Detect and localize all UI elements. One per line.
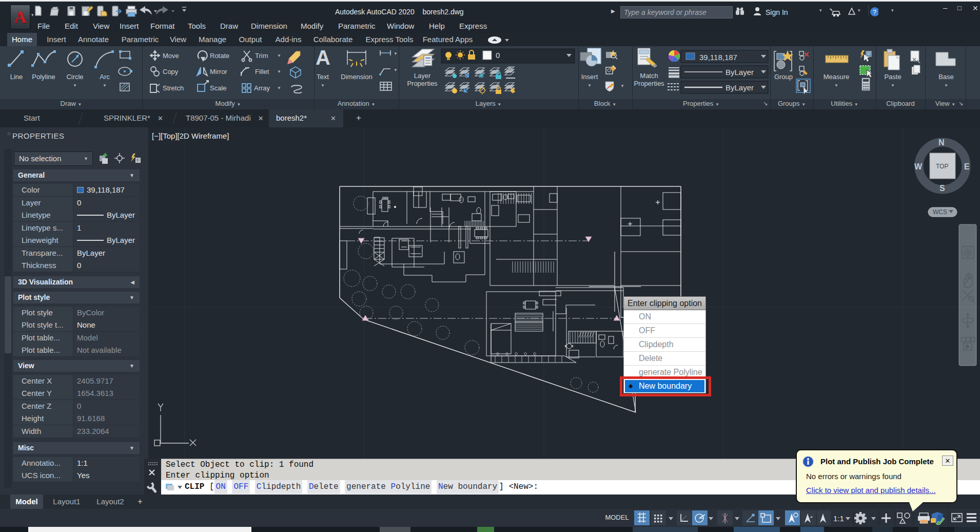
- svg-text:W: W: [914, 162, 923, 171]
- svg-text:39,118,187: 39,118,187: [699, 53, 737, 62]
- svg-text:?: ?: [873, 8, 876, 16]
- svg-text:WCS: WCS: [933, 208, 947, 216]
- svg-text:TOP: TOP: [936, 163, 948, 170]
- svg-text:A: A: [316, 46, 330, 69]
- svg-text:ByLayer: ByLayer: [726, 83, 754, 92]
- svg-text:0: 0: [496, 51, 500, 60]
- svg-text:E: E: [964, 162, 970, 171]
- svg-text:ByLayer: ByLayer: [726, 68, 754, 77]
- svg-text:N: N: [938, 138, 945, 147]
- svg-text:[−][Top][2D Wireframe]: [−][Top][2D Wireframe]: [152, 131, 229, 140]
- svg-text:S: S: [939, 184, 945, 193]
- svg-text:1:1: 1:1: [833, 514, 844, 523]
